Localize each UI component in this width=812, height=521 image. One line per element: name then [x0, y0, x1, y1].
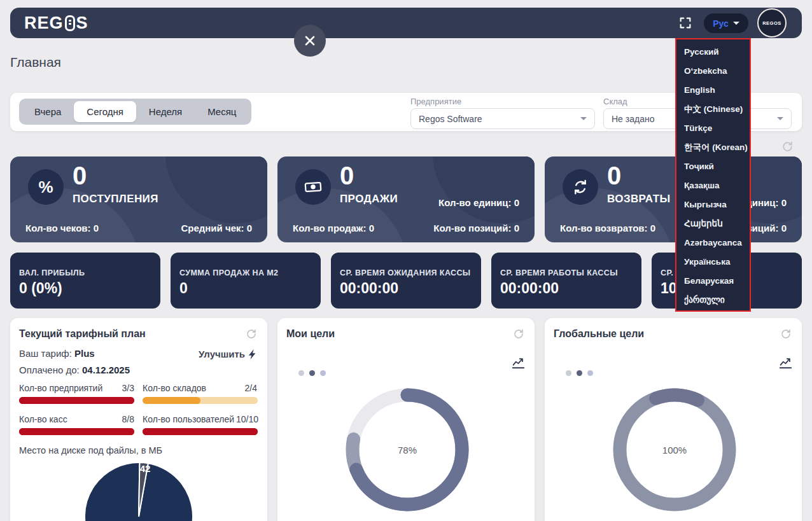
language-option-belarusian[interactable]: Беларуская: [676, 272, 750, 291]
carousel-dots[interactable]: [298, 370, 326, 376]
language-option-armenian[interactable]: Հայերեն: [676, 214, 750, 233]
stat-bottom-right: Кол-во позиций: 0: [433, 223, 519, 233]
kpi-value: 00:00:00: [340, 280, 398, 297]
enterprise-value: Regos Software: [419, 114, 482, 124]
stat-bottom-left: Кол-во продаж: 0: [293, 223, 374, 233]
upgrade-link[interactable]: Улучшить: [199, 349, 257, 359]
language-option-tajik[interactable]: Тоҷикӣ: [676, 157, 750, 176]
logo-text-right: S: [76, 13, 88, 33]
stat-title: ПОСТУПЛЕНИЯ: [73, 193, 158, 205]
refresh-icon[interactable]: [781, 141, 794, 153]
user-avatar[interactable]: REGOS: [757, 8, 787, 38]
stat-right: Кол-во единиц: 0: [438, 197, 519, 208]
language-option-russian[interactable]: Русский: [676, 43, 750, 62]
my-goals-card: Мои цели 78%: [277, 318, 535, 521]
language-option-english[interactable]: English: [676, 81, 750, 100]
close-button[interactable]: [294, 25, 326, 57]
period-button-month[interactable]: Месяц: [195, 101, 249, 122]
kpi-title: ВАЛ. ПРИБЫЛЬ: [19, 268, 85, 277]
stat-title: ПРОДАЖИ: [340, 193, 398, 205]
progress-bar: [19, 428, 134, 435]
language-option-turkish[interactable]: Türkçe: [676, 119, 750, 138]
period-segmented-control: Вчера Сегодня Неделя Месяц: [19, 99, 251, 125]
money-icon: [295, 169, 331, 205]
limit-value: 2/4: [241, 383, 257, 393]
top-navbar: REGS Рус: [10, 8, 802, 38]
kpi-card-sales-m2: СУММА ПРОДАЖ НА М2 0: [171, 253, 321, 309]
language-option-ukrainian[interactable]: Українська: [676, 253, 750, 272]
language-option-kyrgyz[interactable]: Кыргызча: [676, 195, 750, 214]
tariff-paid-label: Оплачено до:: [19, 365, 80, 375]
kpi-value: 0 (0%): [19, 280, 62, 297]
my-goals-donut-chart: 78%: [344, 386, 471, 513]
logo-text-left: REG: [24, 13, 64, 33]
stat-title: ВОЗВРАТЫ: [607, 193, 671, 205]
kpi-value: 0: [179, 280, 188, 297]
stat-value: 0: [340, 162, 354, 190]
language-button[interactable]: Рус: [704, 13, 748, 33]
warehouse-value: Не задано: [612, 114, 654, 124]
language-option-uzbek[interactable]: O‘zbekcha: [676, 62, 750, 81]
tariff-plan-line: Ваш тариф: Plus: [19, 348, 95, 359]
progress-bar: [19, 397, 134, 404]
enterprise-select[interactable]: Regos Software: [410, 108, 595, 129]
kpi-title: СР.: [661, 268, 673, 277]
stat-card-returns: 0 ВОЗВРАТЫ Кол-во единиц: 0 Кол-во возвр…: [545, 156, 802, 242]
chevron-down-icon: [733, 22, 739, 25]
limit-label: Кол-во предприятий: [19, 383, 102, 393]
language-option-georgian[interactable]: ქართული: [676, 291, 750, 310]
stat-value: 0: [73, 162, 87, 190]
language-dropdown: Русский O‘zbekcha English 中文 (Chinese) T…: [675, 38, 751, 312]
logo-o-icon: [65, 15, 75, 31]
limit-value: 10/10: [236, 414, 257, 424]
language-option-korean[interactable]: 한국어 (Korean): [676, 138, 750, 157]
lightning-icon: [248, 349, 257, 359]
language-option-azerbaijani[interactable]: Azərbaycanca: [676, 233, 750, 253]
limit-label: Кол-во пользователей: [143, 414, 234, 424]
kpi-card-work-time: СР. ВРЕМЯ РАБОТЫ КАССЫ 00:00:00: [491, 253, 641, 309]
my-goals-percent: 78%: [344, 445, 471, 455]
page-title: Главная: [10, 55, 61, 70]
stat-bottom-left: Кол-во чеков: 0: [25, 223, 99, 233]
carousel-dots[interactable]: [566, 370, 593, 376]
language-option-chinese[interactable]: 中文 (Chinese): [676, 100, 750, 119]
stat-card-receipts: % 0 ПОСТУПЛЕНИЯ Кол-во чеков: 0 Средний …: [10, 156, 267, 242]
enterprise-label: Предприятие: [410, 97, 595, 106]
limit-label: Кол-во касс: [19, 414, 67, 424]
my-goals-title: Мои цели: [286, 328, 335, 340]
kpi-value: 10: [661, 280, 677, 297]
period-button-week[interactable]: Неделя: [136, 101, 195, 122]
regos-logo: REGS: [24, 13, 88, 33]
language-button-label: Рус: [713, 18, 729, 29]
limit-label: Кол-во складов: [143, 383, 206, 393]
global-goals-donut-chart: 100%: [611, 386, 738, 513]
progress-bar: [143, 428, 258, 435]
kpi-title: СР. ВРЕМЯ ОЖИДАНИЯ КАССЫ: [340, 268, 471, 277]
progress-bar: [143, 397, 258, 404]
tariff-plan-value: Plus: [74, 348, 95, 359]
disk-usage-pie-chart: 42: [75, 453, 202, 521]
kpi-value: 00:00:00: [500, 280, 559, 297]
refresh-icon[interactable]: [780, 328, 792, 340]
avatar-text: REGOS: [762, 20, 781, 26]
tariff-title: Текущий тарифный план: [19, 328, 146, 340]
svg-text:42: 42: [140, 463, 151, 474]
refresh-icon[interactable]: [246, 328, 257, 340]
line-chart-icon[interactable]: [511, 356, 525, 370]
tariff-plan-card: Текущий тарифный план Ваш тариф: Plus Ул…: [10, 318, 267, 521]
upgrade-label: Улучшить: [199, 349, 245, 359]
chevron-down-icon: [777, 117, 783, 120]
period-button-today[interactable]: Сегодня: [74, 101, 136, 122]
refresh-icon[interactable]: [513, 328, 524, 340]
close-icon: [304, 34, 316, 47]
fullscreen-icon[interactable]: [678, 16, 692, 30]
kpi-card-gross-profit: ВАЛ. ПРИБЫЛЬ 0 (0%): [10, 253, 160, 309]
tariff-paid-value: 04.12.2025: [82, 365, 130, 375]
global-goals-card: Глобальные цели 100%: [545, 318, 802, 521]
period-button-yesterday[interactable]: Вчера: [22, 101, 74, 122]
sync-icon: [563, 169, 598, 205]
stat-card-sales: 0 ПРОДАЖИ Кол-во единиц: 0 Кол-во продаж…: [277, 156, 535, 242]
stat-value: 0: [607, 162, 621, 190]
language-option-kazakh[interactable]: Қазақша: [676, 176, 750, 195]
line-chart-icon[interactable]: [778, 356, 792, 370]
